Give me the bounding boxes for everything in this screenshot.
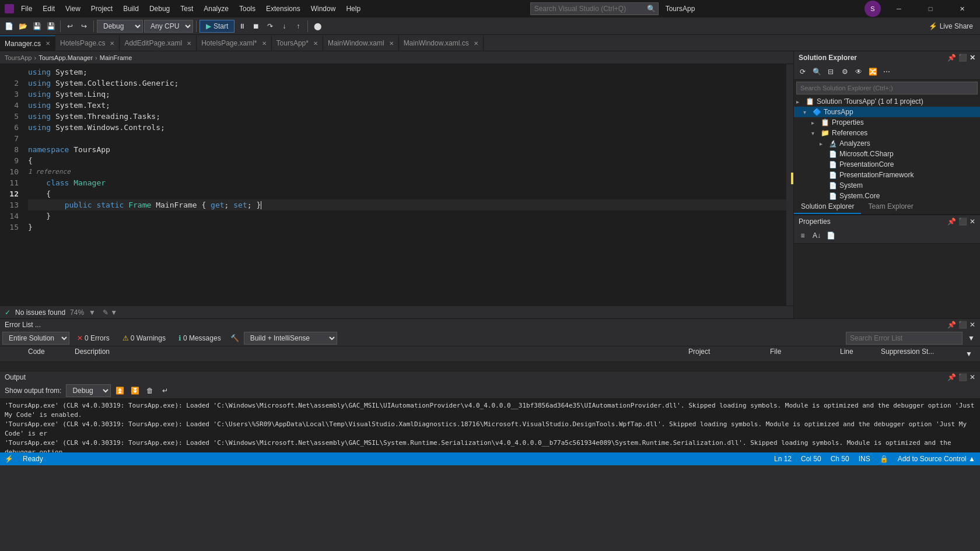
col-description[interactable]: Description: [75, 348, 677, 360]
tab-addeditpage-xaml[interactable]: AddEditPage.xaml ✕: [120, 36, 197, 51]
prop-move-button[interactable]: ⬛: [958, 217, 967, 226]
menu-extensions[interactable]: Extensions: [261, 2, 305, 15]
col-file[interactable]: File: [770, 348, 828, 360]
error-scope-filter[interactable]: Entire Solution Current Project: [2, 332, 69, 345]
tree-microsoft-csharp[interactable]: ▸ 📄 Microsoft.CSharp: [794, 149, 980, 159]
maximize-button[interactable]: □: [917, 0, 944, 17]
se-close-button[interactable]: ✕: [970, 54, 975, 62]
error-search-input[interactable]: [846, 332, 963, 345]
status-source-control[interactable]: Add to Source Control ▲: [898, 455, 975, 463]
save-all-button[interactable]: 💾: [44, 20, 57, 33]
close-button[interactable]: ✕: [949, 0, 975, 17]
se-search-input[interactable]: [796, 82, 978, 94]
output-content[interactable]: 'ToursApp.exe' (CLR v4.0.30319: ToursApp…: [0, 399, 980, 452]
error-build-filter[interactable]: Build + IntelliSense Build Only IntelliS…: [244, 332, 337, 345]
se-collapse-btn[interactable]: ⊟: [824, 65, 837, 78]
tree-presentation-framework[interactable]: ▸ 📄 PresentationFramework: [794, 170, 980, 180]
tree-analyzers[interactable]: ▸ 🔬 Analyzers: [794, 138, 980, 149]
menu-analyze[interactable]: Analyze: [199, 2, 233, 15]
error-filter-icon[interactable]: ▼: [965, 332, 978, 345]
redo-button[interactable]: ↪: [78, 20, 90, 33]
col-suppression[interactable]: Suppression St...: [881, 348, 951, 360]
error-pin-button[interactable]: 📌: [947, 321, 956, 329]
output-scroll-bottom-btn[interactable]: ⏬: [128, 384, 141, 397]
se-tab-solution-explorer[interactable]: Solution Explorer: [794, 200, 861, 214]
tree-system-core[interactable]: ▸ 📄 System.Core: [794, 191, 980, 200]
output-source-dropdown[interactable]: Debug Build General: [66, 384, 111, 397]
menu-file[interactable]: File: [16, 2, 37, 15]
code-line-12[interactable]: public static Frame MainFrame { get; set…: [28, 199, 789, 210]
menu-project[interactable]: Project: [86, 2, 117, 15]
minimize-button[interactable]: ─: [886, 0, 912, 17]
undo-button[interactable]: ↩: [64, 20, 76, 33]
debug-config-dropdown[interactable]: Debug Release: [97, 20, 143, 33]
error-close-button[interactable]: ✕: [970, 321, 975, 329]
tree-solution[interactable]: ▸ 📋 Solution 'ToursApp' (1 of 1 project): [794, 96, 980, 107]
tab-hotelspage-xaml[interactable]: HotelsPage.xaml* ✕: [197, 36, 271, 51]
search-toolbar-input[interactable]: [531, 5, 645, 13]
nav-member[interactable]: MainFrame: [100, 54, 132, 61]
live-share-button[interactable]: ⚡ Live Share: [924, 21, 978, 31]
tree-toursapp[interactable]: ▾ 🔷 ToursApp: [794, 107, 980, 117]
prop-alpha-btn[interactable]: A↓: [810, 229, 823, 242]
output-wordwrap-btn[interactable]: ↵: [159, 384, 172, 397]
error-messages-btn[interactable]: ℹ 0 Messages: [173, 332, 226, 344]
tree-presentation-core[interactable]: ▸ 📄 PresentationCore: [794, 159, 980, 170]
tab-mainwindow-xaml[interactable]: MainWindow.xaml ✕: [323, 36, 399, 51]
se-move-button[interactable]: ⬛: [958, 54, 967, 62]
col-filter-btn[interactable]: ▼: [963, 348, 975, 360]
error-warnings-btn[interactable]: ⚠ 0 Warnings: [117, 332, 171, 344]
se-git-btn[interactable]: 🔀: [866, 65, 879, 78]
prop-page-btn[interactable]: 📄: [824, 229, 837, 242]
tab-mainwindow-cs[interactable]: MainWindow.xaml.cs ✕: [399, 36, 484, 51]
output-clear-btn[interactable]: 🗑: [144, 384, 156, 397]
user-avatar[interactable]: S: [864, 1, 881, 17]
close-tab-toursapp[interactable]: ✕: [313, 40, 318, 47]
menu-window[interactable]: Window: [306, 2, 341, 15]
menu-debug[interactable]: Debug: [145, 2, 174, 15]
step-out-button[interactable]: ↑: [292, 20, 304, 33]
open-file-button[interactable]: 📂: [16, 20, 29, 33]
tab-toursapp[interactable]: ToursApp* ✕: [272, 36, 323, 51]
platform-dropdown[interactable]: Any CPU x86 x64: [144, 20, 193, 33]
se-settings-btn[interactable]: ⚙: [838, 65, 851, 78]
step-into-button[interactable]: ↓: [278, 20, 290, 33]
menu-tools[interactable]: Tools: [235, 2, 260, 15]
code-area[interactable]: 1 2 3 4 5 6 7 8 9 10 11 12 13 14 15: [0, 64, 793, 306]
close-tab-hotels[interactable]: ✕: [110, 40, 114, 47]
pause-button[interactable]: ⏸: [236, 20, 249, 33]
breakpoint-button[interactable]: ⬤: [311, 20, 324, 33]
tree-system[interactable]: ▸ 📄 System: [794, 180, 980, 191]
se-preview-btn[interactable]: 👁: [852, 65, 865, 78]
code-editor[interactable]: using System; using System.Collections.G…: [23, 64, 793, 306]
new-file-button[interactable]: 📄: [2, 20, 15, 33]
se-pin-button[interactable]: 📌: [947, 54, 956, 62]
col-line[interactable]: Line: [840, 348, 869, 360]
output-pin-button[interactable]: 📌: [947, 373, 956, 381]
menu-build[interactable]: Build: [118, 2, 144, 15]
col-project[interactable]: Project: [688, 348, 758, 360]
stop-button[interactable]: ⏹: [250, 20, 262, 33]
output-close-button[interactable]: ✕: [970, 373, 975, 381]
close-tab-addedit[interactable]: ✕: [187, 40, 191, 47]
error-move-button[interactable]: ⬛: [958, 321, 967, 329]
close-tab-manager[interactable]: ✕: [46, 40, 50, 47]
tree-properties[interactable]: ▸ 📋 Properties: [794, 117, 980, 128]
close-tab-maincs[interactable]: ✕: [474, 40, 478, 47]
output-move-button[interactable]: ⬛: [958, 373, 967, 381]
error-errors-btn[interactable]: ✕ 0 Errors: [72, 332, 115, 344]
save-button[interactable]: 💾: [30, 20, 43, 33]
nav-class[interactable]: ToursApp.Manager: [38, 54, 93, 61]
col-code[interactable]: Code: [28, 348, 63, 360]
tab-hotelspage-cs[interactable]: HotelsPage.cs ✕: [55, 36, 120, 51]
se-more-btn[interactable]: ⋯: [880, 65, 893, 78]
se-filter-btn[interactable]: 🔍: [810, 65, 823, 78]
menu-view[interactable]: View: [61, 2, 85, 15]
menu-test[interactable]: Test: [176, 2, 198, 15]
menu-edit[interactable]: Edit: [38, 2, 60, 15]
zoom-dropdown[interactable]: ▼: [89, 308, 96, 317]
output-scroll-top-btn[interactable]: ⏫: [113, 384, 126, 397]
tab-manager-cs[interactable]: Manager.cs ✕: [0, 36, 55, 51]
step-over-button[interactable]: ↷: [264, 20, 276, 33]
close-tab-mainxaml[interactable]: ✕: [389, 40, 394, 47]
